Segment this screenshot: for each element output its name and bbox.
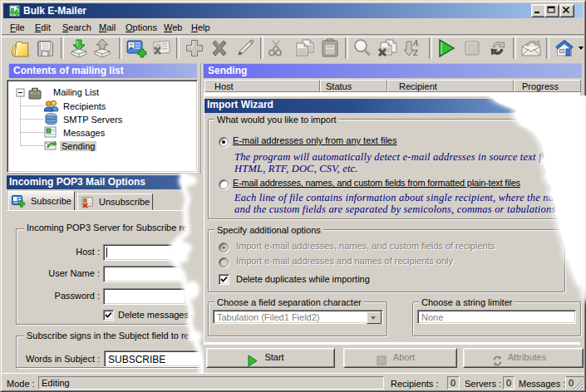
svg-text:A: A: [412, 38, 419, 47]
